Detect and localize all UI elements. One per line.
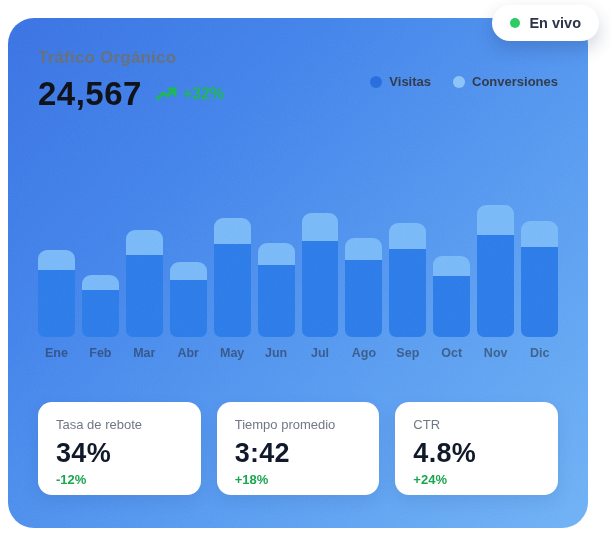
bar-segment-conversiones xyxy=(302,213,339,241)
bar-ene[interactable] xyxy=(38,250,75,337)
month-label-ene: Ene xyxy=(38,345,75,361)
month-label-mar: Mar xyxy=(126,345,163,361)
stat-card-ctr: CTR 4.8% +24% xyxy=(395,402,558,495)
chart-legend: Visitas Conversiones xyxy=(370,74,558,89)
month-label-oct: Oct xyxy=(433,345,470,361)
bar-sep[interactable] xyxy=(389,223,426,337)
visitas-dot-icon xyxy=(370,76,382,88)
trend-up-icon xyxy=(156,87,178,102)
bar-segment-visitas xyxy=(82,290,119,337)
month-label-ago: Ago xyxy=(345,345,382,361)
bar-segment-visitas xyxy=(433,276,470,337)
bar-segment-conversiones xyxy=(38,250,75,270)
bar-segment-conversiones xyxy=(345,238,382,260)
metric-block: Tráfico Orgánico 24,567 +32% xyxy=(38,48,224,112)
trend-percentage: +32% xyxy=(183,85,224,103)
stats-row: Tasa de rebote 34% -12% Tiempo promedio … xyxy=(38,402,558,495)
month-label-sep: Sep xyxy=(389,345,426,361)
bar-segment-visitas xyxy=(258,265,295,337)
month-axis: EneFebMarAbrMayJunJulAgoSepOctNovDic xyxy=(38,345,558,361)
month-label-abr: Abr xyxy=(170,345,207,361)
bar-segment-visitas xyxy=(38,270,75,337)
metric-value: 24,567 xyxy=(38,75,142,113)
bar-segment-visitas xyxy=(126,255,163,337)
legend-item-conversiones[interactable]: Conversiones xyxy=(453,74,558,89)
bar-segment-visitas xyxy=(389,249,426,337)
stat-delta: +24% xyxy=(413,472,540,487)
month-label-jul: Jul xyxy=(302,345,339,361)
bar-ago[interactable] xyxy=(345,238,382,337)
bar-segment-visitas xyxy=(214,244,251,337)
bar-feb[interactable] xyxy=(82,275,119,337)
stat-card-tiempo-promedio: Tiempo promedio 3:42 +18% xyxy=(217,402,380,495)
bar-segment-conversiones xyxy=(170,262,207,280)
bar-nov[interactable] xyxy=(477,205,514,337)
legend-label: Conversiones xyxy=(472,74,558,89)
bar-segment-visitas xyxy=(170,280,207,337)
bar-segment-conversiones xyxy=(214,218,251,244)
bar-segment-visitas xyxy=(345,260,382,337)
stat-value: 3:42 xyxy=(235,438,362,468)
dashboard-card: Tráfico Orgánico 24,567 +32% Visitas xyxy=(8,18,588,528)
stat-label: CTR xyxy=(413,417,540,433)
bar-segment-conversiones xyxy=(82,275,119,290)
stat-label: Tasa de rebote xyxy=(56,417,183,433)
bar-oct[interactable] xyxy=(433,256,470,337)
bar-segment-visitas xyxy=(477,235,514,337)
bar-segment-conversiones xyxy=(477,205,514,235)
stat-value: 4.8% xyxy=(413,438,540,468)
month-label-nov: Nov xyxy=(477,345,514,361)
bar-segment-conversiones xyxy=(389,223,426,249)
bar-jun[interactable] xyxy=(258,243,295,337)
bar-dic[interactable] xyxy=(521,221,558,337)
bar-segment-visitas xyxy=(302,241,339,337)
conversiones-dot-icon xyxy=(453,76,465,88)
bar-segment-conversiones xyxy=(126,230,163,255)
month-label-feb: Feb xyxy=(82,345,119,361)
live-dot-icon xyxy=(510,18,520,28)
chart-header: Tráfico Orgánico 24,567 +32% Visitas xyxy=(38,48,558,112)
bar-jul[interactable] xyxy=(302,213,339,337)
legend-item-visitas[interactable]: Visitas xyxy=(370,74,431,89)
bar-chart xyxy=(38,205,558,337)
month-label-dic: Dic xyxy=(521,345,558,361)
bar-mar[interactable] xyxy=(126,230,163,337)
stat-label: Tiempo promedio xyxy=(235,417,362,433)
metric-title: Tráfico Orgánico xyxy=(38,48,224,68)
bar-segment-conversiones xyxy=(521,221,558,247)
stat-value: 34% xyxy=(56,438,183,468)
live-badge: En vivo xyxy=(492,5,599,41)
legend-label: Visitas xyxy=(389,74,431,89)
bar-segment-visitas xyxy=(521,247,558,337)
bar-may[interactable] xyxy=(214,218,251,337)
trend-indicator: +32% xyxy=(156,85,224,103)
live-badge-label: En vivo xyxy=(529,15,581,31)
stat-card-tasa-de-rebote: Tasa de rebote 34% -12% xyxy=(38,402,201,495)
bar-abr[interactable] xyxy=(170,262,207,337)
stat-delta: -12% xyxy=(56,472,183,487)
bar-segment-conversiones xyxy=(433,256,470,276)
bar-segment-conversiones xyxy=(258,243,295,265)
month-label-jun: Jun xyxy=(258,345,295,361)
month-label-may: May xyxy=(214,345,251,361)
stat-delta: +18% xyxy=(235,472,362,487)
